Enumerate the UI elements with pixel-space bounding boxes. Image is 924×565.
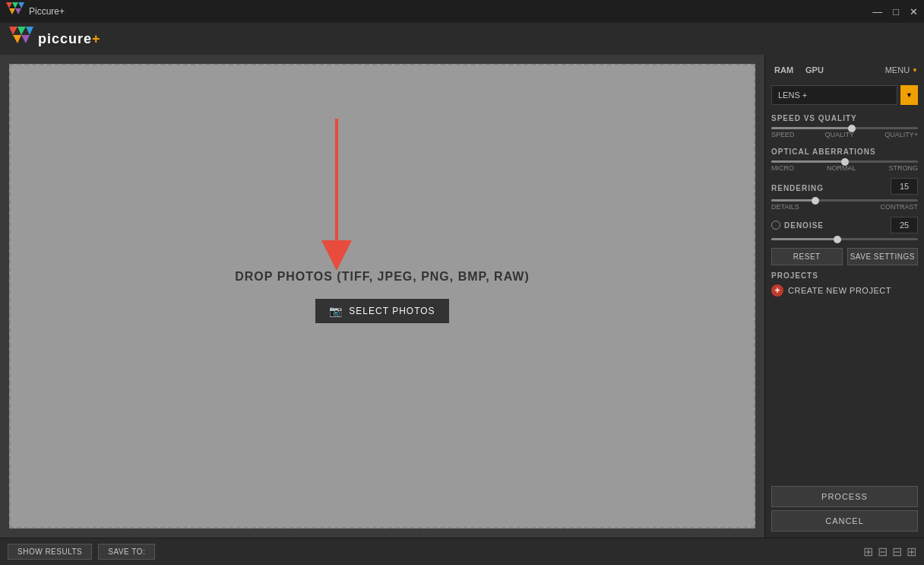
normal-label: NORMAL [827, 164, 856, 172]
app-logo: piccure+ [9, 27, 100, 51]
svg-marker-5 [9, 27, 17, 35]
speed-quality-thumb[interactable] [848, 125, 856, 132]
speed-quality-label: SPEED VS QUALITY [771, 114, 918, 122]
app-name: piccure [38, 31, 92, 47]
detail-view-icon[interactable]: ⊞ [907, 544, 916, 559]
app-icon [6, 2, 24, 21]
contrast-label: CONTRAST [881, 203, 919, 211]
title-bar-left: Piccure+ [6, 2, 65, 21]
svg-marker-4 [15, 8, 21, 14]
create-new-project-button[interactable]: + CREATE NEW PROJECT [771, 284, 918, 297]
drop-area-container: DROP PHOTOS (TIFF, JPEG, PNG, BMP, RAW) … [0, 55, 764, 538]
denoise-track[interactable] [771, 238, 918, 240]
title-bar-controls: — □ ✕ [872, 7, 918, 17]
denoise-slider-row: DENOISE 25 [771, 217, 918, 242]
optical-aberrations-track[interactable] [771, 160, 918, 163]
cancel-button[interactable]: CANCEL [771, 510, 918, 532]
projects-section: PROJECTS + CREATE NEW PROJECT [771, 271, 918, 480]
drop-text: DROP PHOTOS (TIFF, JPEG, PNG, BMP, RAW) [235, 270, 530, 284]
new-project-label: CREATE NEW PROJECT [788, 286, 891, 295]
speed-quality-labels: SPEED QUALITY QUALITY+ [771, 131, 918, 138]
svg-marker-3 [9, 8, 15, 14]
menu-arrow-icon: ▼ [912, 67, 918, 74]
process-cancel-col: PROCESS CANCEL [771, 486, 918, 532]
menu-button[interactable]: MENU ▼ [885, 65, 918, 75]
view-controls: ⊞ ⊟ ⊟ ⊞ [863, 544, 916, 559]
optical-aberrations-label: OPTICAL ABERRATIONS [771, 148, 918, 156]
svg-marker-2 [18, 2, 24, 8]
top-controls: RAM GPU MENU ▼ [771, 61, 918, 79]
speed-quality-slider-row: SPEED VS QUALITY SPEED QUALITY QUALITY+ [771, 111, 918, 138]
rendering-labels: DETAILS CONTRAST [771, 203, 918, 211]
rendering-slider-row: RENDERING 15 DETAILS CONTRAST [771, 178, 918, 211]
title-bar: Piccure+ — □ ✕ [0, 0, 924, 23]
select-photos-button[interactable]: 📷 SELECT PHOTOS [315, 299, 448, 323]
speed-label: SPEED [771, 131, 795, 138]
settings-btn-row: RESET SAVE SETTINGS [771, 248, 918, 265]
denoise-value[interactable]: 25 [891, 217, 918, 233]
select-btn-label: SELECT PHOTOS [349, 306, 435, 316]
new-project-icon: + [771, 284, 783, 297]
optical-aberrations-fill [771, 160, 845, 163]
denoise-thumb[interactable] [834, 236, 841, 243]
denoise-label: DENOISE [784, 221, 824, 230]
bottom-bar: SHOW RESULTS SAVE TO: ⊞ ⊟ ⊟ ⊞ [0, 538, 924, 565]
svg-marker-8 [13, 35, 21, 43]
optical-aberrations-slider-row: OPTICAL ABERRATIONS MICRO NORMAL STRONG [771, 144, 918, 172]
grid-view-icon[interactable]: ⊞ [863, 544, 873, 559]
title-bar-title: Piccure+ [29, 6, 65, 17]
save-to-button[interactable]: SAVE TO: [98, 544, 155, 560]
micro-label: MICRO [771, 164, 794, 172]
app-header: piccure+ [0, 23, 924, 55]
projects-label: PROJECTS [771, 271, 918, 280]
denoise-header: DENOISE 25 [771, 217, 918, 233]
save-settings-button[interactable]: SAVE SETTINGS [847, 248, 919, 265]
svg-marker-1 [12, 2, 18, 8]
denoise-radio-group: DENOISE [771, 221, 824, 230]
rendering-thumb[interactable] [812, 197, 819, 205]
camera-icon: 📷 [329, 305, 343, 317]
quality-plus-label: QUALITY+ [884, 131, 918, 138]
menu-label: MENU [885, 65, 910, 75]
speed-quality-fill [771, 127, 852, 129]
lens-dropdown-arrow-icon: ▼ [900, 85, 918, 105]
optical-aberrations-thumb[interactable] [841, 158, 849, 166]
rendering-fill [771, 199, 815, 202]
denoise-radio[interactable] [771, 221, 780, 230]
arrow-indicator [306, 111, 367, 278]
process-button[interactable]: PROCESS [771, 486, 918, 507]
rendering-label: RENDERING [771, 184, 824, 192]
lens-dropdown[interactable]: LENS + [771, 85, 897, 105]
svg-marker-11 [321, 240, 352, 271]
speed-quality-track[interactable] [771, 127, 918, 129]
denoise-fill [771, 238, 837, 240]
ram-button[interactable]: RAM [771, 64, 796, 76]
svg-marker-9 [21, 35, 30, 43]
rendering-value[interactable]: 15 [891, 178, 918, 195]
close-button[interactable]: ✕ [910, 7, 918, 17]
list-view-icon[interactable]: ⊟ [878, 544, 888, 559]
svg-marker-0 [6, 2, 12, 8]
right-panel: RAM GPU MENU ▼ LENS + ▼ SPEED VS QUALITY… [764, 55, 924, 538]
rendering-header: RENDERING 15 [771, 178, 918, 195]
minimize-button[interactable]: — [872, 7, 882, 17]
drop-zone[interactable]: DROP PHOTOS (TIFF, JPEG, PNG, BMP, RAW) … [9, 64, 755, 528]
lens-dropdown-row: LENS + ▼ [771, 85, 918, 105]
show-results-button[interactable]: SHOW RESULTS [8, 544, 92, 560]
rendering-track[interactable] [771, 199, 918, 202]
optical-aberrations-labels: MICRO NORMAL STRONG [771, 164, 918, 172]
logo-icon [9, 27, 33, 51]
quality-label: QUALITY [825, 131, 855, 138]
gpu-button[interactable]: GPU [802, 64, 827, 76]
svg-marker-6 [17, 27, 26, 35]
svg-marker-7 [26, 27, 33, 35]
details-label: DETAILS [771, 203, 799, 211]
app-plus: + [92, 31, 100, 47]
main-layout: DROP PHOTOS (TIFF, JPEG, PNG, BMP, RAW) … [0, 55, 924, 538]
split-view-icon[interactable]: ⊟ [892, 544, 902, 559]
reset-button[interactable]: RESET [771, 248, 843, 265]
maximize-button[interactable]: □ [893, 7, 899, 17]
strong-label: STRONG [888, 164, 918, 172]
